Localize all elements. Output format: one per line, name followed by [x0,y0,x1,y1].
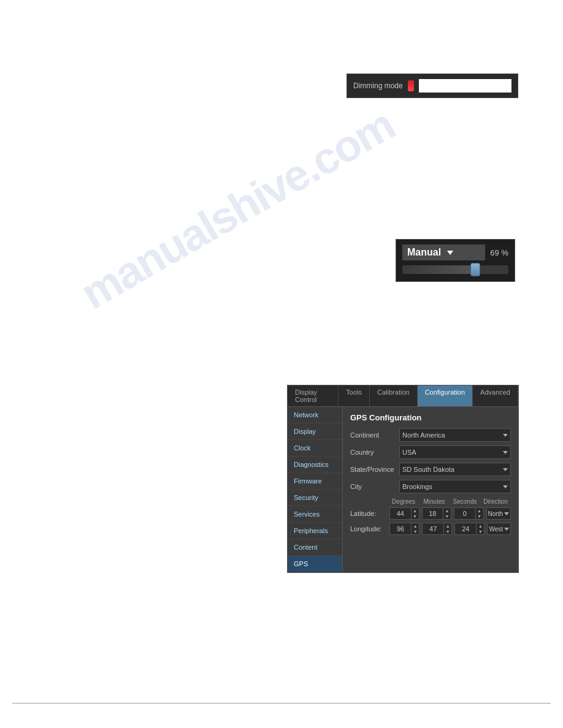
state-row: State/Province SD South Dakota [350,463,511,476]
latitude-seconds-up[interactable]: ▲ [476,508,483,514]
longitude-minutes-arrows[interactable]: ▲ ▼ [443,523,451,534]
country-arrow-icon [503,451,508,454]
latitude-minutes-spinner[interactable]: 18 ▲ ▼ [422,507,452,520]
minutes-header: Minutes [419,498,450,505]
longitude-degrees-down[interactable]: ▼ [412,529,419,534]
longitude-direction-select[interactable]: West [487,523,511,535]
latitude-seconds-down[interactable]: ▼ [476,514,483,519]
latitude-degrees-spinner[interactable]: 44 ▲ ▼ [389,507,419,520]
longitude-direction-value: West [489,526,503,533]
latitude-minutes-arrows[interactable]: ▲ ▼ [443,508,451,519]
latitude-degrees-arrows[interactable]: ▲ ▼ [411,508,419,519]
continent-row: Continent North America [350,428,511,442]
longitude-seconds-value: 24 [455,525,476,533]
dimming-input-box[interactable] [419,79,511,93]
longitude-degrees-spinner[interactable]: 96 ▲ ▼ [389,523,419,535]
slider-fill [402,265,475,274]
sidebar-item-gps[interactable]: GPS [288,556,342,572]
city-label: City [350,483,399,490]
city-select[interactable]: Brookings [399,480,511,493]
latitude-row: Latitude: 44 ▲ ▼ 18 ▲ ▼ 0 [350,507,511,520]
longitude-seconds-down[interactable]: ▼ [477,529,484,534]
city-arrow-icon [503,485,508,488]
dimming-icon [408,80,414,91]
direction-header: Direction [480,498,511,505]
dimming-label: Dimming mode [353,82,403,90]
latitude-seconds-spinner[interactable]: 0 ▲ ▼ [454,507,484,520]
tab-configuration[interactable]: Configuration [418,385,473,406]
longitude-degrees-arrows[interactable]: ▲ ▼ [411,523,419,534]
manual-mode-label: Manual [407,247,441,258]
manual-mode-dropdown[interactable]: Manual [402,245,485,260]
slider-thumb[interactable] [470,263,480,276]
longitude-seconds-up[interactable]: ▲ [477,523,484,529]
latitude-label: Latitude: [350,510,388,517]
latitude-minutes-down[interactable]: ▼ [443,514,451,519]
latitude-direction-select[interactable]: North [486,507,511,520]
panel-body: Network Display Clock Diagnostics Firmwa… [288,407,518,572]
latitude-minutes-up[interactable]: ▲ [443,508,451,514]
sidebar: Network Display Clock Diagnostics Firmwa… [288,407,343,572]
sidebar-item-peripherals[interactable]: Peripherals [288,523,342,539]
tab-tools[interactable]: Tools [339,385,370,406]
watermark: manualshive.com [72,99,402,319]
country-row: Country USA [350,446,511,459]
sidebar-item-network[interactable]: Network [288,407,342,423]
seconds-header: Seconds [450,498,480,505]
gps-config-title: GPS Configuration [350,413,511,422]
latitude-degrees-up[interactable]: ▲ [412,508,419,514]
sidebar-item-diagnostics[interactable]: Diagnostics [288,457,342,473]
latitude-seconds-value: 0 [454,510,475,517]
degrees-header: Degrees [388,498,419,505]
tab-advanced[interactable]: Advanced [473,385,518,406]
longitude-dir-arrow-icon [504,528,509,531]
continent-arrow-icon [503,434,508,437]
tab-calibration[interactable]: Calibration [370,385,418,406]
dropdown-arrow-icon [447,251,453,255]
tab-bar: Display Control Tools Calibration Config… [288,385,518,407]
manual-top: Manual 69 % [402,245,508,260]
latitude-degrees-value: 44 [390,510,411,517]
longitude-degrees-value: 96 [390,525,411,533]
longitude-minutes-down[interactable]: ▼ [444,529,451,534]
longitude-seconds-spinner[interactable]: 24 ▲ ▼ [454,523,484,535]
sidebar-item-clock[interactable]: Clock [288,440,342,457]
manual-widget: Manual 69 % [396,239,515,282]
country-label: Country [350,449,399,456]
longitude-minutes-spinner[interactable]: 47 ▲ ▼ [422,523,452,535]
tab-display-control[interactable]: Display Control [288,385,339,406]
country-value: USA [402,449,416,456]
latitude-dir-arrow-icon [504,512,509,515]
coord-header: Degrees Minutes Seconds Direction [350,498,511,505]
longitude-seconds-arrows[interactable]: ▲ ▼ [476,523,484,534]
latitude-minutes-value: 18 [423,510,443,517]
state-arrow-icon [503,468,508,471]
city-value: Brookings [402,483,432,490]
city-row: City Brookings [350,480,511,493]
sidebar-item-firmware[interactable]: Firmware [288,473,342,490]
sidebar-item-display[interactable]: Display [288,423,342,440]
longitude-minutes-up[interactable]: ▲ [444,523,451,529]
country-select[interactable]: USA [399,446,511,459]
longitude-label: Longitude: [350,525,388,533]
longitude-row: Longitude: 96 ▲ ▼ 47 ▲ ▼ 24 [350,523,511,535]
config-panel: Display Control Tools Calibration Config… [287,385,519,573]
state-select[interactable]: SD South Dakota [399,463,511,476]
continent-value: North America [402,431,445,439]
latitude-seconds-arrows[interactable]: ▲ ▼ [475,508,483,519]
brightness-slider-track[interactable] [402,265,508,274]
longitude-degrees-up[interactable]: ▲ [412,523,419,529]
state-value: SD South Dakota [402,466,454,473]
sidebar-item-security[interactable]: Security [288,490,342,506]
sidebar-item-services[interactable]: Services [288,506,342,523]
manual-percent: 69 % [490,248,508,257]
state-label: State/Province [350,466,399,473]
sidebar-item-content[interactable]: Content [288,539,342,556]
longitude-minutes-value: 47 [423,525,443,533]
continent-select[interactable]: North America [399,428,511,442]
latitude-direction-value: North [488,510,503,517]
continent-label: Continent [350,431,399,439]
config-content: GPS Configuration Continent North Americ… [343,407,518,572]
bottom-divider [12,703,551,703]
latitude-degrees-down[interactable]: ▼ [412,514,419,519]
